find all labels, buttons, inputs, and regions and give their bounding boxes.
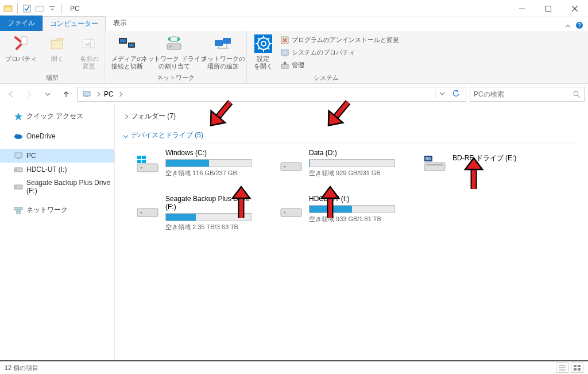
svg-rect-63 <box>142 156 146 159</box>
breadcrumb-pc[interactable]: PC <box>102 90 116 98</box>
svg-rect-45 <box>83 91 90 96</box>
tiles-view-button[interactable] <box>571 363 583 373</box>
open-button[interactable]: 開く <box>40 33 75 64</box>
svg-point-44 <box>284 62 287 65</box>
svg-rect-64 <box>137 160 141 163</box>
system-properties-button[interactable]: システムのプロパティ <box>278 47 401 59</box>
open-settings-button[interactable]: 設定 を開く <box>250 33 276 71</box>
media-button[interactable]: メディアの 接続と切断 <box>109 33 145 71</box>
drives-grid: Windows (C:) 空き領域 116 GB/237 GB Data (D:… <box>124 149 579 232</box>
drive-free-text: 空き領域 933 GB/1.81 TB <box>309 215 405 223</box>
svg-rect-18 <box>129 44 134 47</box>
ribbon-group-system: 設定 を開く プログラムのアンインストールと変更 システムのプロパティ 管理 シ… <box>247 31 405 83</box>
bd-drive-icon: BD <box>423 155 447 175</box>
group-label: ネットワーク <box>109 72 243 82</box>
svg-point-56 <box>16 187 17 188</box>
sidebar-item-hdcl[interactable]: HDCL-UT (I:) <box>0 163 114 176</box>
svg-point-67 <box>284 166 286 168</box>
separator <box>124 144 579 144</box>
ribbon-group-network: メディアの 接続と切断 ネットワーク ドライブ の割り当て ネットワークの 場所… <box>105 31 247 83</box>
main: クイック アクセス OneDrive PC HDCL-UT (I:) Seaga… <box>0 105 588 369</box>
address-bar[interactable]: PC <box>77 87 466 102</box>
address-dropdown[interactable] <box>435 90 448 98</box>
svg-rect-66 <box>281 163 301 171</box>
search-icon <box>572 90 581 98</box>
collapse-ribbon-icon[interactable] <box>566 22 570 30</box>
hdd-icon <box>136 201 160 221</box>
drive-d[interactable]: Data (D:) 空き領域 929 GB/931 GB <box>279 149 405 178</box>
svg-text:?: ? <box>578 22 581 29</box>
svg-text:BD: BD <box>425 157 431 161</box>
folder-qat-icon[interactable] <box>35 4 44 13</box>
tab-file[interactable]: ファイル <box>0 16 42 31</box>
sidebar-item-onedrive[interactable]: OneDrive <box>0 129 114 143</box>
close-button[interactable] <box>562 0 588 17</box>
uninstall-button[interactable]: プログラムのアンインストールと変更 <box>278 34 401 46</box>
svg-rect-5 <box>49 6 55 7</box>
section-folders[interactable]: フォルダー (7) <box>124 109 579 124</box>
svg-point-73 <box>141 212 142 214</box>
drive-c[interactable]: Windows (C:) 空き領域 116 GB/237 GB <box>136 149 262 178</box>
svg-point-75 <box>284 212 286 214</box>
drive-i[interactable]: HDCL-UT (I:) 空き領域 933 GB/1.81 TB <box>279 195 405 232</box>
details-view-button[interactable] <box>556 363 568 373</box>
drive-free-text: 空き領域 929 GB/931 GB <box>309 169 405 178</box>
section-drives[interactable]: デバイスとドライブ (5) <box>124 128 579 142</box>
drive-f[interactable]: Seagate Backup Plus Drive (F:) 空き領域 2.35… <box>136 195 262 232</box>
manage-button[interactable]: 管理 <box>278 60 401 71</box>
tab-view[interactable]: 表示 <box>106 16 134 31</box>
qat-dropdown-icon[interactable] <box>48 4 57 13</box>
drive-label: HDCL-UT (I:) <box>309 195 405 203</box>
svg-rect-81 <box>574 368 577 371</box>
svg-rect-62 <box>137 156 141 159</box>
tab-computer[interactable]: コンピューター <box>42 16 106 31</box>
svg-rect-4 <box>36 6 39 7</box>
back-button[interactable] <box>3 87 18 102</box>
rename-button[interactable]: ab 名前の 変更 <box>77 33 101 71</box>
capacity-bar <box>165 213 252 221</box>
svg-rect-82 <box>578 368 581 371</box>
sidebar-item-seagate[interactable]: Seagate Backup Plus Drive (F:) <box>0 176 114 197</box>
svg-point-20 <box>170 46 172 48</box>
svg-point-54 <box>16 169 17 171</box>
svg-rect-2 <box>24 5 30 12</box>
svg-rect-19 <box>167 44 181 49</box>
up-button[interactable] <box>59 87 74 102</box>
explorer-icon <box>3 4 13 13</box>
svg-rect-58 <box>19 207 22 210</box>
svg-rect-43 <box>281 64 288 68</box>
svg-rect-10 <box>21 37 27 44</box>
svg-rect-1 <box>4 6 12 7</box>
drive-free-text: 空き領域 2.35 TB/3.63 TB <box>165 223 262 232</box>
window-title: PC <box>70 5 80 13</box>
content-pane: フォルダー (7) デバイスとドライブ (5) Windows (C:) 空き領… <box>115 105 588 369</box>
map-drive-button[interactable]: ネットワーク ドライブ の割り当て <box>148 33 200 71</box>
recent-dropdown[interactable] <box>40 87 55 102</box>
sidebar: クイック アクセス OneDrive PC HDCL-UT (I:) Seaga… <box>0 105 115 369</box>
capacity-bar <box>165 159 252 167</box>
drive-e[interactable]: BD BD-RE ドライブ (E:) <box>423 149 549 178</box>
svg-rect-60 <box>137 164 158 172</box>
group-label: システム <box>250 72 401 82</box>
minimize-button[interactable] <box>509 0 535 17</box>
refresh-button[interactable] <box>448 90 463 99</box>
search-input[interactable] <box>474 90 572 98</box>
ribbon-group-location: プロパティ 開く ab 名前の 変更 場所 <box>0 31 105 83</box>
forward-button[interactable] <box>22 87 37 102</box>
properties-button[interactable]: プロパティ <box>3 33 38 64</box>
svg-rect-79 <box>574 365 577 367</box>
checkbox-icon[interactable] <box>22 4 32 13</box>
maximize-button[interactable] <box>535 0 562 17</box>
sidebar-item-pc[interactable]: PC <box>0 149 114 163</box>
search-box[interactable] <box>470 87 585 102</box>
svg-rect-65 <box>142 160 146 163</box>
help-icon[interactable]: ? <box>575 21 583 31</box>
drive-label: Windows (C:) <box>165 149 262 157</box>
group-label: 場所 <box>3 72 101 82</box>
sidebar-item-quick-access[interactable]: クイック アクセス <box>0 109 114 124</box>
address-row: PC <box>0 84 588 105</box>
os-drive-icon <box>136 155 160 175</box>
svg-rect-41 <box>281 50 288 55</box>
add-location-button[interactable]: ネットワークの 場所の追加 <box>203 33 243 71</box>
sidebar-item-network[interactable]: ネットワーク <box>0 203 114 217</box>
